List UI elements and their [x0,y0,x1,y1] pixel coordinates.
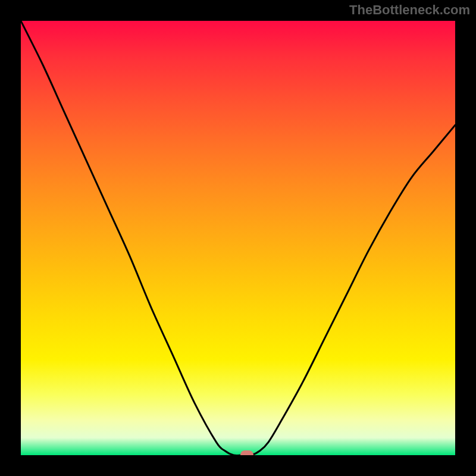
chart-container: TheBottleneck.com [0,0,476,476]
watermark-text: TheBottleneck.com [349,2,470,18]
plot-area [21,21,455,455]
data-point-marker [240,450,253,455]
bottleneck-curve [21,21,455,455]
